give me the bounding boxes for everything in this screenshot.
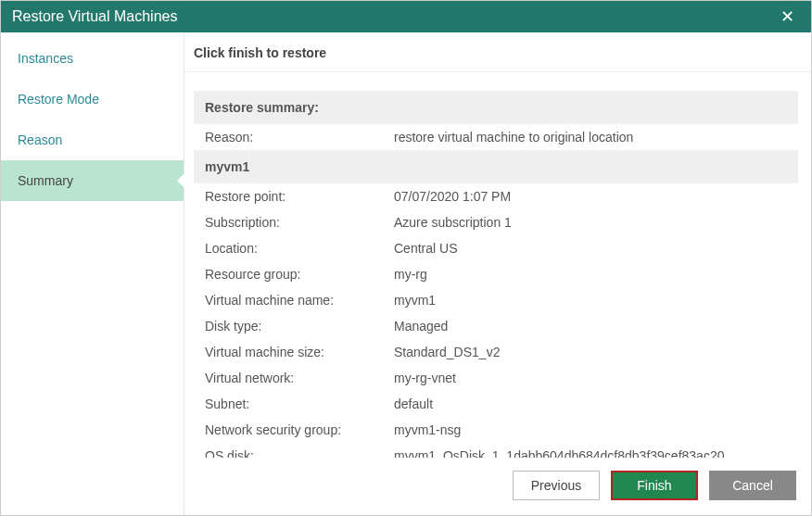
summary-value: default	[394, 396, 787, 411]
summary-value: myvm1_OsDisk_1_1dabb604db684dcf8db3f39ce…	[394, 448, 787, 458]
summary-label: Subscription:	[205, 215, 394, 230]
summary-row: Subnet: default	[194, 391, 798, 417]
summary-row: Location: Central US	[194, 235, 798, 261]
sidebar-item-label: Summary	[18, 173, 73, 188]
finish-button[interactable]: Finish	[611, 471, 698, 500]
close-button[interactable]: ✕	[774, 4, 800, 30]
sidebar-item-reason[interactable]: Reason	[1, 120, 184, 160]
summary-content: Restore summary: Reason: restore virtual…	[184, 72, 811, 458]
summary-row: Virtual machine name: myvm1	[194, 287, 798, 313]
summary-value: restore virtual machine to original loca…	[394, 130, 787, 145]
sidebar: Instances Restore Mode Reason Summary	[1, 32, 184, 515]
summary-row: OS disk: myvm1_OsDisk_1_1dabb604db684dcf…	[194, 443, 798, 458]
summary-label: Subnet:	[205, 396, 394, 411]
summary-row: Restore point: 07/07/2020 1:07 PM	[194, 183, 798, 209]
summary-label: Location:	[205, 241, 394, 256]
summary-label: Restore point:	[205, 189, 394, 204]
sidebar-item-summary[interactable]: Summary	[1, 160, 184, 201]
summary-label: Reason:	[205, 130, 394, 145]
summary-value: Central US	[394, 241, 787, 256]
summary-row: Resource group: my-rg	[194, 261, 798, 287]
summary-value: myvm1-nsg	[394, 422, 787, 437]
summary-value: myvm1	[394, 293, 787, 308]
close-icon: ✕	[780, 6, 794, 27]
sidebar-item-instances[interactable]: Instances	[1, 38, 184, 79]
summary-row: Network security group: myvm1-nsg	[194, 417, 798, 443]
vm-header: myvm1	[194, 150, 798, 183]
restore-summary-header: Restore summary:	[194, 91, 798, 124]
summary-label: Virtual machine name:	[205, 293, 394, 308]
titlebar: Restore Virtual Machines ✕	[1, 1, 811, 32]
summary-value: 07/07/2020 1:07 PM	[394, 189, 787, 204]
sidebar-item-label: Instances	[18, 51, 73, 66]
summary-label: Network security group:	[205, 422, 394, 437]
summary-label: Virtual network:	[205, 371, 394, 385]
summary-value: Standard_DS1_v2	[394, 345, 787, 359]
restore-vm-dialog: Restore Virtual Machines ✕ Instances Res…	[0, 0, 812, 516]
summary-value: my-rg-vnet	[394, 371, 787, 385]
sidebar-item-label: Reason	[18, 132, 62, 147]
sidebar-item-restore-mode[interactable]: Restore Mode	[1, 79, 184, 120]
summary-label: Disk type:	[205, 319, 394, 334]
summary-row: Virtual machine size: Standard_DS1_v2	[194, 339, 798, 365]
summary-value: my-rg	[394, 267, 787, 282]
summary-value: Managed	[394, 319, 787, 334]
summary-row: Subscription: Azure subscription 1	[194, 209, 798, 235]
sidebar-item-label: Restore Mode	[18, 92, 99, 107]
summary-row: Disk type: Managed	[194, 313, 798, 339]
page-header: Click finish to restore	[184, 32, 811, 72]
summary-label: OS disk:	[205, 448, 394, 458]
summary-value: Azure subscription 1	[394, 215, 787, 230]
summary-label: Resource group:	[205, 267, 394, 282]
cancel-button[interactable]: Cancel	[709, 471, 796, 500]
summary-label: Virtual machine size:	[205, 345, 394, 359]
main-panel: Click finish to restore Restore summary:…	[184, 32, 811, 515]
previous-button[interactable]: Previous	[513, 471, 600, 500]
footer: Previous Finish Cancel	[184, 458, 811, 515]
dialog-title: Restore Virtual Machines	[12, 8, 774, 25]
summary-row: Virtual network: my-rg-vnet	[194, 365, 798, 391]
summary-row-reason: Reason: restore virtual machine to origi…	[194, 124, 798, 150]
